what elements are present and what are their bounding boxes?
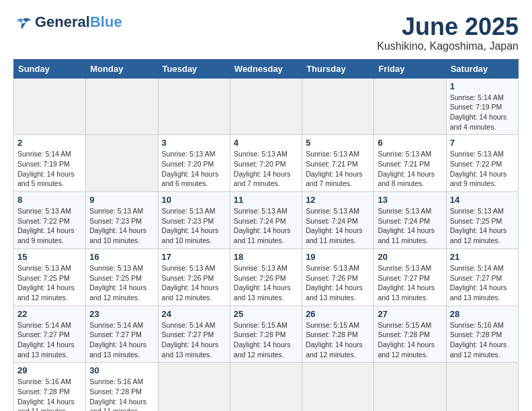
table-row xyxy=(230,78,302,135)
week-row-1: 1Sunrise: 5:14 AMSunset: 7:19 PMDaylight… xyxy=(14,78,519,135)
col-wednesday: Wednesday xyxy=(230,59,302,78)
table-row: 27Sunrise: 5:15 AMSunset: 7:28 PMDayligh… xyxy=(374,306,446,363)
day-info: Sunrise: 5:13 AMSunset: 7:21 PMDaylight:… xyxy=(378,149,442,189)
day-number: 6 xyxy=(378,138,442,148)
day-number: 22 xyxy=(17,309,82,319)
calendar-header: GeneralBlue June 2025 Kushikino, Kagoshi… xyxy=(13,13,519,52)
calendar-title: June 2025 xyxy=(377,13,519,40)
day-number: 17 xyxy=(162,252,226,262)
day-info: Sunrise: 5:14 AMSunset: 7:27 PMDaylight:… xyxy=(162,320,226,360)
table-row xyxy=(446,363,518,411)
col-saturday: Saturday xyxy=(446,59,518,78)
day-number: 9 xyxy=(89,195,154,205)
table-row: 11Sunrise: 5:13 AMSunset: 7:24 PMDayligh… xyxy=(230,192,302,249)
day-number: 1 xyxy=(450,81,515,91)
table-row: 30Sunrise: 5:16 AMSunset: 7:28 PMDayligh… xyxy=(86,363,158,411)
table-row: 26Sunrise: 5:15 AMSunset: 7:28 PMDayligh… xyxy=(302,306,374,363)
day-number: 24 xyxy=(162,309,226,319)
day-number: 20 xyxy=(378,252,442,262)
week-row-5: 22Sunrise: 5:14 AMSunset: 7:27 PMDayligh… xyxy=(14,306,519,363)
table-row: 17Sunrise: 5:13 AMSunset: 7:26 PMDayligh… xyxy=(158,248,230,306)
day-number: 3 xyxy=(162,138,226,148)
day-number: 16 xyxy=(89,252,154,262)
day-info: Sunrise: 5:13 AMSunset: 7:26 PMDaylight:… xyxy=(162,263,226,303)
table-row xyxy=(86,78,158,135)
table-row: 22Sunrise: 5:14 AMSunset: 7:27 PMDayligh… xyxy=(14,306,86,363)
table-row: 2Sunrise: 5:14 AMSunset: 7:19 PMDaylight… xyxy=(14,135,86,192)
table-row xyxy=(158,78,230,135)
table-row xyxy=(374,363,446,411)
table-row: 7Sunrise: 5:13 AMSunset: 7:22 PMDaylight… xyxy=(446,135,518,192)
table-row: 13Sunrise: 5:13 AMSunset: 7:24 PMDayligh… xyxy=(374,192,446,249)
day-number: 2 xyxy=(17,138,82,148)
day-number: 30 xyxy=(89,365,154,375)
day-info: Sunrise: 5:13 AMSunset: 7:22 PMDaylight:… xyxy=(450,149,515,189)
week-row-3: 8Sunrise: 5:13 AMSunset: 7:22 PMDaylight… xyxy=(14,192,519,249)
table-row: 18Sunrise: 5:13 AMSunset: 7:26 PMDayligh… xyxy=(230,248,302,306)
col-thursday: Thursday xyxy=(302,59,374,78)
table-row xyxy=(302,363,374,411)
day-number: 18 xyxy=(234,252,298,262)
table-row: 14Sunrise: 5:13 AMSunset: 7:25 PMDayligh… xyxy=(446,192,518,249)
week-row-6: 29Sunrise: 5:16 AMSunset: 7:28 PMDayligh… xyxy=(14,363,519,411)
title-area: June 2025 Kushikino, Kagoshima, Japan xyxy=(377,13,519,52)
logo-text: GeneralBlue xyxy=(35,13,122,31)
day-number: 23 xyxy=(89,309,154,319)
col-monday: Monday xyxy=(86,59,158,78)
day-info: Sunrise: 5:13 AMSunset: 7:20 PMDaylight:… xyxy=(162,149,226,189)
day-info: Sunrise: 5:14 AMSunset: 7:19 PMDaylight:… xyxy=(450,93,515,132)
table-row: 19Sunrise: 5:13 AMSunset: 7:26 PMDayligh… xyxy=(302,248,374,306)
day-info: Sunrise: 5:13 AMSunset: 7:22 PMDaylight:… xyxy=(17,206,82,246)
day-number: 28 xyxy=(450,309,515,319)
week-row-4: 15Sunrise: 5:13 AMSunset: 7:25 PMDayligh… xyxy=(14,248,519,306)
table-row xyxy=(230,363,302,411)
table-row: 9Sunrise: 5:13 AMSunset: 7:23 PMDaylight… xyxy=(86,192,158,249)
day-number: 4 xyxy=(234,138,298,148)
day-number: 7 xyxy=(450,138,515,148)
day-number: 13 xyxy=(378,195,442,205)
table-row: 25Sunrise: 5:15 AMSunset: 7:28 PMDayligh… xyxy=(230,306,302,363)
day-info: Sunrise: 5:14 AMSunset: 7:27 PMDaylight:… xyxy=(89,320,154,360)
table-row: 16Sunrise: 5:13 AMSunset: 7:25 PMDayligh… xyxy=(86,248,158,306)
day-number: 26 xyxy=(306,309,370,319)
day-number: 14 xyxy=(450,195,515,205)
day-number: 12 xyxy=(306,195,370,205)
table-row xyxy=(374,78,446,135)
table-row: 20Sunrise: 5:13 AMSunset: 7:27 PMDayligh… xyxy=(374,248,446,306)
day-number: 15 xyxy=(17,252,82,262)
logo: GeneralBlue xyxy=(13,13,122,31)
table-row: 15Sunrise: 5:13 AMSunset: 7:25 PMDayligh… xyxy=(14,248,86,306)
table-row: 8Sunrise: 5:13 AMSunset: 7:22 PMDaylight… xyxy=(14,192,86,249)
day-number: 10 xyxy=(162,195,226,205)
header-row: Sunday Monday Tuesday Wednesday Thursday… xyxy=(14,59,519,78)
day-number: 11 xyxy=(234,195,298,205)
day-info: Sunrise: 5:13 AMSunset: 7:25 PMDaylight:… xyxy=(450,206,515,246)
table-row: 24Sunrise: 5:14 AMSunset: 7:27 PMDayligh… xyxy=(158,306,230,363)
day-info: Sunrise: 5:14 AMSunset: 7:19 PMDaylight:… xyxy=(17,149,82,189)
day-info: Sunrise: 5:14 AMSunset: 7:27 PMDaylight:… xyxy=(17,320,82,360)
day-number: 5 xyxy=(306,138,370,148)
day-info: Sunrise: 5:16 AMSunset: 7:28 PMDaylight:… xyxy=(450,320,515,360)
day-info: Sunrise: 5:16 AMSunset: 7:28 PMDaylight:… xyxy=(17,377,82,411)
day-info: Sunrise: 5:13 AMSunset: 7:23 PMDaylight:… xyxy=(89,206,154,246)
table-row xyxy=(302,78,374,135)
day-info: Sunrise: 5:13 AMSunset: 7:20 PMDaylight:… xyxy=(234,149,298,189)
table-row: 21Sunrise: 5:14 AMSunset: 7:27 PMDayligh… xyxy=(446,248,518,306)
col-friday: Friday xyxy=(374,59,446,78)
day-number: 25 xyxy=(234,309,298,319)
day-info: Sunrise: 5:15 AMSunset: 7:28 PMDaylight:… xyxy=(306,320,370,360)
table-row: 6Sunrise: 5:13 AMSunset: 7:21 PMDaylight… xyxy=(374,135,446,192)
day-info: Sunrise: 5:13 AMSunset: 7:24 PMDaylight:… xyxy=(306,206,370,246)
day-info: Sunrise: 5:13 AMSunset: 7:26 PMDaylight:… xyxy=(234,263,298,303)
table-row: 1Sunrise: 5:14 AMSunset: 7:19 PMDaylight… xyxy=(446,78,518,135)
day-info: Sunrise: 5:15 AMSunset: 7:28 PMDaylight:… xyxy=(378,320,442,360)
day-info: Sunrise: 5:13 AMSunset: 7:25 PMDaylight:… xyxy=(17,263,82,303)
table-row xyxy=(158,363,230,411)
day-info: Sunrise: 5:13 AMSunset: 7:24 PMDaylight:… xyxy=(234,206,298,246)
day-info: Sunrise: 5:13 AMSunset: 7:24 PMDaylight:… xyxy=(378,206,442,246)
day-number: 19 xyxy=(306,252,370,262)
day-info: Sunrise: 5:16 AMSunset: 7:28 PMDaylight:… xyxy=(89,377,154,411)
day-info: Sunrise: 5:13 AMSunset: 7:23 PMDaylight:… xyxy=(162,206,226,246)
day-info: Sunrise: 5:15 AMSunset: 7:28 PMDaylight:… xyxy=(234,320,298,360)
day-info: Sunrise: 5:13 AMSunset: 7:27 PMDaylight:… xyxy=(378,263,442,303)
